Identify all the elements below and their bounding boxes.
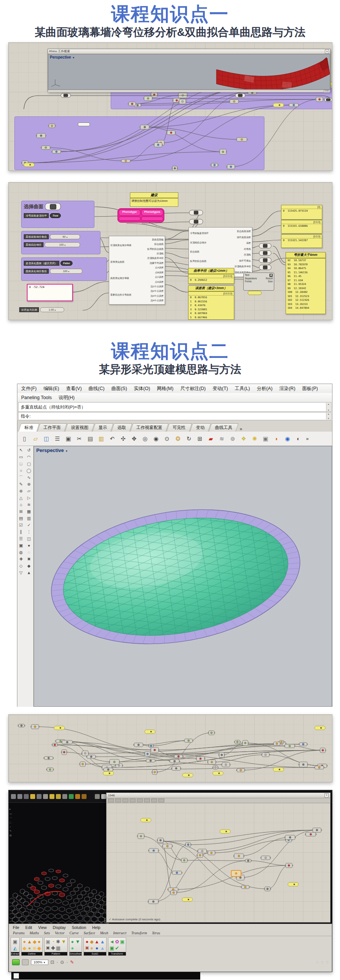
tool-icon-19[interactable]: ⊞ <box>17 508 25 515</box>
toolbar-icon[interactable] <box>43 794 48 799</box>
tool-icon-3[interactable]: ▭ <box>17 453 25 460</box>
rhino-viewport-window[interactable]: Rhino 工作视窗 × Perspective ▼ 2335 <box>48 49 330 92</box>
gh-node[interactable] <box>46 768 54 771</box>
data-panel-pink[interactable]: 0 -52.724 <box>27 284 73 301</box>
gh-node[interactable] <box>285 837 292 842</box>
perspective-viewport[interactable]: Perspective ▼ <box>33 446 332 707</box>
zoom-extents-icon[interactable]: ◉ <box>151 434 161 444</box>
data-panel[interactable]: {0;0;0}0 115321.542287 <box>281 234 322 248</box>
gh-node[interactable] <box>150 748 159 753</box>
tool-icon-8[interactable]: ◯ <box>25 467 32 474</box>
tool-icon-26[interactable]: ⋮ <box>25 528 32 535</box>
group-subd-sliders[interactable]: 幕墙嵌板细分数值 90● 幕墙拟合细分 100● <box>21 231 100 255</box>
gh-node[interactable] <box>312 828 322 833</box>
toolbar-icon[interactable] <box>75 794 80 799</box>
port-label[interactable]: 拍平可视化 <box>218 259 251 262</box>
gh-tab-mesh[interactable]: Mesh <box>100 931 108 935</box>
gh-node[interactable] <box>221 763 230 767</box>
phenotype-output[interactable] <box>119 216 141 221</box>
port-label[interactable]: 边3中点误差 <box>135 294 164 298</box>
gh-tab-transform[interactable]: Transform <box>131 931 147 935</box>
menu-item[interactable]: 曲线(C) <box>88 385 104 392</box>
gh-node[interactable] <box>162 844 173 848</box>
number-slider[interactable]: 100● <box>44 242 80 247</box>
gh-node[interactable] <box>319 748 326 753</box>
tool-icon-35[interactable]: ◇ <box>17 562 25 569</box>
gh-canvas[interactable]: ✓ Autosave complete (0 seconds ago) <box>106 803 330 922</box>
rotate-view-icon[interactable]: ↻ <box>184 434 194 444</box>
lamp-icon[interactable]: ✺ <box>250 434 259 444</box>
tool-icon-34[interactable]: ✖ <box>25 555 32 562</box>
close-icon[interactable]: × <box>325 49 329 54</box>
port-label[interactable]: 原厚美化曲面 <box>110 260 134 264</box>
relay-node[interactable] <box>189 219 203 224</box>
menu-item[interactable]: 分析(A) <box>257 385 273 392</box>
gh-node[interactable] <box>101 765 113 770</box>
menu-item[interactable]: 面板(P) <box>302 385 318 392</box>
analyze-icon[interactable]: ≋ <box>217 434 227 444</box>
gh-node[interactable] <box>184 739 193 742</box>
panel-icon[interactable]: ✎ <box>10 830 12 833</box>
toolbar-tab-2[interactable]: 工作平面 <box>37 423 67 432</box>
tool-icon-37[interactable]: ▽ <box>17 569 25 576</box>
component-icon[interactable]: ▣ <box>120 939 124 945</box>
gh-node[interactable] <box>245 859 252 862</box>
zoom-in-icon[interactable]: ◎ <box>140 434 150 444</box>
panel-icon[interactable]: ◠ <box>10 817 12 820</box>
panel-icon[interactable]: ▸ <box>10 808 12 811</box>
cut-icon[interactable]: ✂ <box>75 434 84 444</box>
gh-menu-item[interactable]: Help <box>92 925 100 930</box>
gh-menu-item[interactable]: Display <box>53 925 66 930</box>
gh-slider-pill[interactable] <box>141 818 151 822</box>
tool-icon-24[interactable]: ✓ <box>25 522 32 528</box>
gh-node[interactable] <box>148 744 154 748</box>
viewport-layout-icon[interactable]: ⊞ <box>195 434 205 444</box>
tool-icon-30[interactable]: ● <box>25 542 32 549</box>
tool-icon-22[interactable]: ▥ <box>25 515 32 522</box>
gh-menu-item[interactable]: File <box>13 925 19 930</box>
tool-icon-29[interactable]: ▣ <box>17 542 25 549</box>
viewport-titlebar[interactable]: Rhino 工作视窗 × <box>48 49 330 54</box>
gh-node[interactable] <box>158 839 164 843</box>
toolbar-icon[interactable] <box>82 794 86 799</box>
component-icon[interactable]: ✖ <box>46 946 50 951</box>
menu-item[interactable]: 渲染(R) <box>279 385 295 392</box>
gh-node[interactable] <box>278 740 284 744</box>
toolbar-tab-1[interactable]: 标准 <box>18 423 39 432</box>
menu-item[interactable]: 查看(V) <box>66 385 82 392</box>
viewport-label[interactable]: Perspective ▼ <box>36 447 68 453</box>
gh-node[interactable] <box>236 768 245 772</box>
gh-node[interactable] <box>171 767 181 771</box>
gh-node[interactable] <box>18 724 25 727</box>
preview-eye-icon[interactable]: ⊙ <box>60 959 64 965</box>
gh-node[interactable] <box>285 863 293 868</box>
port-label[interactable]: 压顶线拟合细分 <box>190 241 217 245</box>
gh-tab-params[interactable]: Params <box>13 931 25 935</box>
group-refine[interactable]: 是否美化曲面（建议关闭） False 曲面美化细分数值 100● <box>21 258 107 281</box>
gh-node[interactable] <box>207 851 216 855</box>
port-label[interactable]: 点C误差 <box>135 275 164 279</box>
component-icon[interactable]: ▲ <box>100 939 105 945</box>
tool-icon-7[interactable]: ○ <box>17 467 25 474</box>
panel-icon[interactable]: □ <box>10 821 12 824</box>
toolbar-tab-8[interactable]: 变动 <box>190 423 211 432</box>
component-icon[interactable]: ◄ <box>110 939 114 945</box>
gh-node[interactable] <box>173 755 184 758</box>
relay-node[interactable] <box>259 251 271 256</box>
gh-node[interactable] <box>314 766 324 769</box>
note-panel[interactable]: 建议 调整控制范围可以设为10mm <box>130 192 178 207</box>
component-icon[interactable]: ● <box>71 939 74 945</box>
gh-node[interactable] <box>264 887 271 891</box>
gh-node[interactable] <box>284 835 296 840</box>
gh-slider-pill[interactable] <box>213 772 223 775</box>
gh-menu-item[interactable]: Solution <box>72 925 86 930</box>
gumball-icon[interactable]: ❖ <box>239 434 249 444</box>
gh-node[interactable] <box>133 743 143 747</box>
shaded-globe-icon[interactable]: ◐ <box>294 434 303 444</box>
gh-tab-surface[interactable]: Surface <box>84 931 95 935</box>
paste-icon[interactable]: ▥ <box>96 434 106 444</box>
component-icon[interactable]: ▼ <box>75 939 80 945</box>
pan-hand-icon[interactable]: ✣ <box>118 434 128 444</box>
phenotypes-node[interactable]: Phenotypes <box>141 209 163 216</box>
relay-node[interactable] <box>259 265 271 270</box>
